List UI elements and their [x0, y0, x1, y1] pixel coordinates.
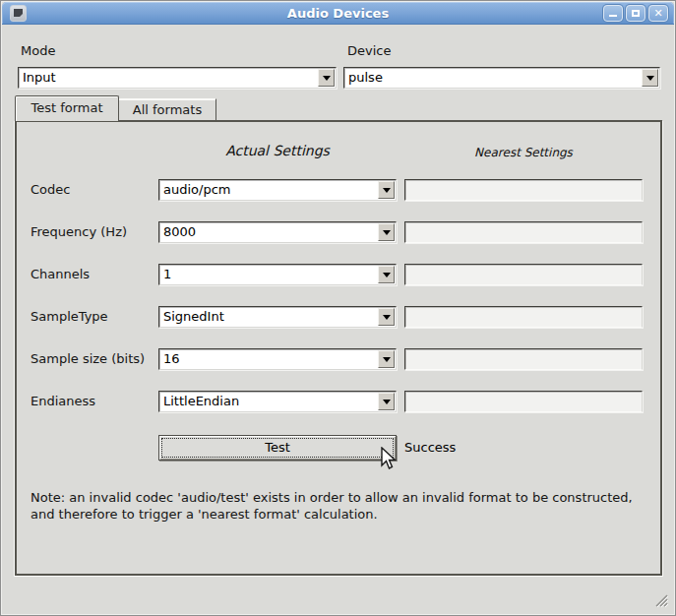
device-label: Device [347, 43, 391, 58]
nearest-settings-header: Nearest Settings [404, 146, 643, 159]
note-text: Note: an invalid codec 'audio/test' exis… [31, 489, 652, 523]
codec-select[interactable]: audio/pcm [158, 179, 397, 201]
chevron-down-icon [646, 76, 654, 81]
status-text: Success [404, 437, 456, 459]
minimize-icon [609, 15, 617, 17]
codec-dropdown-button[interactable] [378, 181, 395, 199]
minimize-button[interactable] [603, 5, 623, 22]
mouse-cursor-icon [379, 447, 399, 472]
window-title: Audio Devices [2, 2, 674, 25]
endianess-label: Endianess [31, 391, 95, 412]
mode-selected-value: Input [23, 68, 316, 88]
frequency-select[interactable]: 8000 [158, 221, 397, 243]
chevron-down-icon [383, 357, 391, 362]
channels-value: 1 [163, 265, 376, 284]
frequency-label: Frequency (Hz) [31, 221, 127, 243]
note-line-2: and therefore to trigger a 'nearest form… [31, 506, 652, 523]
endianess-nearest-field[interactable] [404, 391, 643, 412]
chevron-down-icon [383, 230, 391, 235]
sampletype-select[interactable]: SignedInt [158, 306, 397, 328]
test-button[interactable]: Test [158, 435, 397, 461]
frequency-nearest-field[interactable] [404, 221, 643, 243]
endianess-dropdown-button[interactable] [378, 393, 395, 410]
titlebar[interactable]: Audio Devices ✕ [2, 2, 674, 25]
chevron-down-icon [383, 273, 391, 277]
maximize-icon [632, 10, 640, 17]
chevron-down-icon [383, 315, 391, 320]
mode-label: Mode [21, 43, 55, 58]
frequency-value: 8000 [163, 222, 376, 242]
samplesize-dropdown-button[interactable] [378, 350, 395, 368]
test-format-panel: Actual Settings Nearest Settings Codec a… [15, 120, 662, 576]
channels-select[interactable]: 1 [158, 264, 397, 285]
device-dropdown-button[interactable] [642, 69, 658, 87]
sampletype-nearest-field[interactable] [404, 306, 643, 328]
tab-all-formats[interactable]: All formats [119, 98, 216, 120]
channels-label: Channels [31, 264, 90, 285]
sampletype-value: SignedInt [163, 307, 376, 327]
chevron-down-icon [383, 188, 391, 193]
window-buttons: ✕ [603, 5, 668, 22]
samplesize-label: Sample size (bits) [31, 348, 145, 370]
endianess-select[interactable]: LittleEndian [158, 391, 397, 412]
samplesize-select[interactable]: 16 [158, 348, 397, 370]
close-icon: ✕ [649, 6, 667, 21]
mode-select[interactable]: Input [18, 67, 337, 89]
codec-label: Codec [31, 179, 70, 201]
channels-nearest-field[interactable] [404, 264, 643, 285]
samplesize-nearest-field[interactable] [404, 348, 643, 370]
device-select[interactable]: pulse [343, 67, 660, 89]
samplesize-value: 16 [163, 349, 376, 369]
frequency-dropdown-button[interactable] [378, 223, 395, 241]
device-selected-value: pulse [348, 68, 640, 88]
resize-grip-icon[interactable] [654, 593, 668, 607]
note-line-1: Note: an invalid codec 'audio/test' exis… [31, 489, 652, 506]
codec-nearest-field[interactable] [404, 179, 643, 201]
tab-test-format[interactable]: Test format [15, 95, 119, 121]
close-button[interactable]: ✕ [648, 5, 668, 22]
sampletype-label: SampleType [31, 306, 108, 328]
sampletype-dropdown-button[interactable] [378, 308, 395, 326]
codec-value: audio/pcm [163, 180, 376, 200]
audio-devices-window: Audio Devices ✕ Mode Device Input pulse … [0, 0, 676, 616]
chevron-down-icon [323, 76, 331, 81]
chevron-down-icon [383, 400, 391, 404]
focus-rectangle [161, 438, 394, 458]
actual-settings-header: Actual Settings [158, 143, 397, 158]
endianess-value: LittleEndian [163, 392, 376, 411]
maximize-button[interactable] [626, 5, 645, 22]
mode-dropdown-button[interactable] [318, 69, 335, 87]
channels-dropdown-button[interactable] [378, 266, 395, 283]
